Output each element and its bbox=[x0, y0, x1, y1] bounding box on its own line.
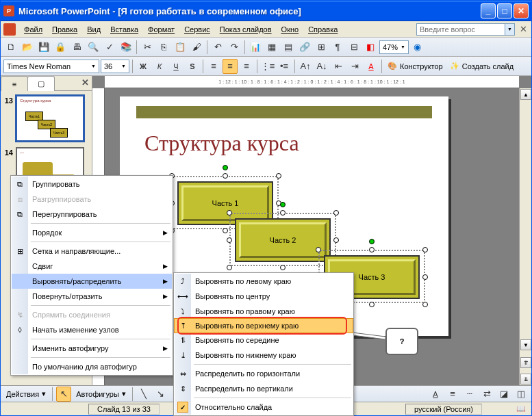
align-left-icon[interactable]: ≡ bbox=[206, 59, 221, 74]
ask-question-input[interactable] bbox=[416, 23, 505, 36]
cm-align-center[interactable]: ⟷Выровнять по центру bbox=[175, 289, 353, 304]
scroll-down-icon[interactable]: ▼ bbox=[520, 339, 531, 350]
cm-relative-to-slide[interactable]: ✓Относительно слайда bbox=[175, 400, 353, 415]
menu-slideshow[interactable]: Показ слайдов bbox=[216, 24, 276, 35]
line-icon[interactable]: ╲ bbox=[136, 387, 151, 402]
increase-font-icon[interactable]: A↑ bbox=[298, 59, 313, 74]
actions-menu[interactable]: Действия ▾ bbox=[3, 389, 49, 398]
3d-style-icon[interactable]: ◫ bbox=[514, 387, 529, 402]
pane-close-button[interactable]: ✕ bbox=[81, 77, 89, 88]
cm-align-bottom[interactable]: ⤓Выровнять по нижнему краю bbox=[175, 348, 353, 363]
slides-tab[interactable]: ▢ bbox=[27, 76, 55, 91]
cm-change-autoshape[interactable]: Изменить автофигуру▶ bbox=[12, 341, 172, 356]
slide-thumbnail[interactable]: Структура курса Часть1 Часть2 Часть3 bbox=[16, 95, 84, 142]
maximize-button[interactable]: □ bbox=[497, 3, 512, 18]
select-icon[interactable]: ↖ bbox=[56, 387, 71, 402]
cm-align-middle[interactable]: ⥮Выровнять по середине bbox=[175, 333, 353, 348]
cm-order[interactable]: Порядок▶ bbox=[12, 225, 172, 240]
cm-nudge[interactable]: Сдвиг▶ bbox=[12, 259, 172, 274]
increase-indent-icon[interactable]: ⇥ bbox=[347, 59, 362, 74]
arrow-icon[interactable]: ↘ bbox=[153, 387, 168, 402]
preview-icon[interactable]: 🔍 bbox=[86, 40, 101, 55]
mdi-close-button[interactable]: ✕ bbox=[518, 24, 529, 35]
next-slide-icon[interactable]: ⇊ bbox=[520, 374, 531, 385]
arrow-style-icon[interactable]: ⇄ bbox=[479, 387, 494, 402]
help-icon[interactable]: ◉ bbox=[410, 40, 425, 55]
research-icon[interactable]: 📚 bbox=[118, 40, 134, 55]
show-formatting-icon[interactable]: ¶ bbox=[330, 40, 345, 55]
cm-group[interactable]: ⧉Группировать bbox=[12, 177, 172, 192]
ask-dropdown[interactable]: ▼ bbox=[505, 23, 515, 36]
menu-insert[interactable]: Вставка bbox=[106, 24, 142, 35]
scroll-up-icon[interactable]: ▲ bbox=[520, 89, 531, 100]
cm-reroute[interactable]: ↯Спрямить соединения bbox=[12, 307, 172, 322]
italic-icon[interactable]: К bbox=[152, 59, 167, 74]
undo-icon[interactable]: ↶ bbox=[210, 40, 225, 55]
menu-view[interactable]: Вид bbox=[83, 24, 105, 35]
outline-tab[interactable]: ≡ bbox=[1, 76, 28, 91]
bold-icon[interactable]: Ж bbox=[136, 59, 151, 74]
cm-align-top[interactable]: ⤒Выровнять по верхнему краю bbox=[174, 318, 353, 333]
shadow-icon[interactable]: S bbox=[185, 59, 200, 74]
numbering-icon[interactable]: ⋮≡ bbox=[260, 59, 275, 74]
dash-style-icon[interactable]: ┄ bbox=[462, 387, 477, 402]
language-indicator[interactable]: русский (Россия) bbox=[405, 404, 482, 415]
new-slide-button[interactable]: ✨ Создать слайд bbox=[447, 62, 516, 70]
expand-icon[interactable]: ⊞ bbox=[314, 40, 329, 55]
menu-tools[interactable]: Сервис bbox=[180, 24, 214, 35]
copy-icon[interactable]: ⎘ bbox=[156, 40, 171, 55]
cm-align-right[interactable]: ⤵Выровнять по правому краю bbox=[175, 304, 353, 319]
spellcheck-status-icon[interactable]: 📖 bbox=[485, 404, 526, 413]
cm-regroup[interactable]: ⧉Перегруппировать bbox=[12, 207, 172, 222]
redo-icon[interactable]: ↷ bbox=[227, 40, 242, 55]
spellcheck-icon[interactable]: ✓ bbox=[102, 40, 117, 55]
underline-icon[interactable]: Ч bbox=[168, 59, 183, 74]
cm-ungroup[interactable]: ⧈Разгруппировать bbox=[12, 192, 172, 207]
cm-align-left[interactable]: ⤴Выровнять по левому краю bbox=[175, 274, 353, 289]
cm-grid[interactable]: ⊞Сетка и направляющие... bbox=[12, 244, 172, 259]
cm-rotate[interactable]: Повернуть/отразить▶ bbox=[12, 289, 172, 304]
menu-help[interactable]: Справка bbox=[304, 24, 342, 35]
table-icon[interactable]: ▦ bbox=[264, 40, 279, 55]
shape-part2[interactable]: Часть 2 bbox=[235, 218, 331, 262]
zoom-combo[interactable]: 47%▼ bbox=[379, 40, 409, 54]
color-icon[interactable]: ◧ bbox=[363, 40, 378, 55]
tables-borders-icon[interactable]: ▤ bbox=[281, 40, 296, 55]
open-icon[interactable]: 📂 bbox=[20, 40, 35, 55]
cm-edit-points[interactable]: ◊Начать изменение узлов bbox=[12, 322, 172, 337]
minimize-button[interactable]: _ bbox=[481, 3, 496, 18]
fontsize-combo[interactable]: 36▼ bbox=[101, 60, 129, 73]
line-style-icon[interactable]: ≡ bbox=[445, 387, 460, 402]
decrease-font-icon[interactable]: A↓ bbox=[314, 59, 329, 74]
align-right-icon[interactable]: ≡ bbox=[239, 59, 254, 74]
cm-set-defaults[interactable]: По умолчанию для автофигур bbox=[12, 359, 172, 374]
format-painter-icon[interactable]: 🖌 bbox=[189, 40, 204, 55]
font-combo[interactable]: Times New Roman▼ bbox=[3, 60, 99, 73]
hyperlink-icon[interactable]: 🔗 bbox=[297, 40, 312, 55]
cut-icon[interactable]: ✂ bbox=[140, 40, 155, 55]
print-icon[interactable]: 🖶 bbox=[69, 40, 84, 55]
menu-window[interactable]: Окно bbox=[277, 24, 303, 35]
menu-edit[interactable]: Правка bbox=[48, 24, 81, 35]
shadow-style-icon[interactable]: ◪ bbox=[496, 387, 511, 402]
slide-title[interactable]: Структура курса bbox=[144, 131, 299, 156]
document-icon[interactable] bbox=[3, 23, 16, 36]
bullets-icon[interactable]: •≡ bbox=[277, 59, 292, 74]
close-button[interactable]: ✕ bbox=[514, 3, 529, 18]
menu-file[interactable]: Файл bbox=[20, 24, 47, 35]
new-icon[interactable]: 🗋 bbox=[3, 40, 18, 55]
font-color-icon[interactable]: A bbox=[364, 59, 379, 74]
permission-icon[interactable]: 🔒 bbox=[53, 40, 68, 55]
vertical-scrollbar[interactable]: ▲ ▼ ⇈ ⇊ bbox=[519, 88, 531, 388]
cm-distribute-v[interactable]: ⇕Распределить по вертикали bbox=[175, 381, 353, 396]
decrease-indent-icon[interactable]: ⇤ bbox=[331, 59, 346, 74]
chart-icon[interactable]: 📊 bbox=[248, 40, 263, 55]
autoshapes-menu[interactable]: Автофигуры ▾ bbox=[73, 389, 129, 398]
prev-slide-icon[interactable]: ⇈ bbox=[520, 357, 531, 368]
save-icon[interactable]: 💾 bbox=[36, 40, 51, 55]
designer-button[interactable]: 🎨 Конструктор bbox=[385, 62, 446, 70]
font-color-icon[interactable]: A bbox=[428, 387, 443, 402]
menu-format[interactable]: Формат bbox=[144, 24, 179, 35]
align-center-icon[interactable]: ≡ bbox=[223, 59, 238, 74]
cm-distribute-h[interactable]: ⇔Распределить по горизонтали bbox=[175, 366, 353, 381]
